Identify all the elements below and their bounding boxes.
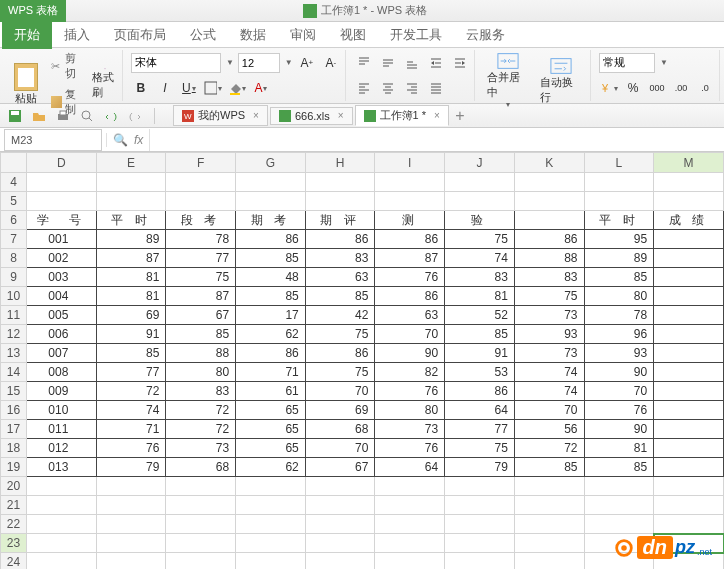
cell[interactable]	[654, 420, 724, 439]
cell[interactable]: 85	[584, 458, 654, 477]
row-header[interactable]: 8	[1, 249, 27, 268]
cell[interactable]: 62	[236, 458, 306, 477]
chevron-down-icon[interactable]: ▼	[226, 58, 234, 67]
tab-layout[interactable]: 页面布局	[102, 21, 178, 49]
cell[interactable]: 69	[96, 306, 166, 325]
open-button[interactable]	[30, 107, 48, 125]
cell[interactable]: 88	[514, 249, 584, 268]
cell[interactable]	[166, 553, 236, 570]
cell[interactable]: 79	[445, 458, 515, 477]
align-top-button[interactable]	[354, 53, 374, 73]
preview-button[interactable]	[78, 107, 96, 125]
cell[interactable]: 89	[584, 249, 654, 268]
row-header[interactable]: 17	[1, 420, 27, 439]
cell[interactable]: 75	[166, 268, 236, 287]
cell[interactable]: 76	[375, 382, 445, 401]
row-header[interactable]: 11	[1, 306, 27, 325]
cell[interactable]: 81	[96, 268, 166, 287]
cell[interactable]: 91	[96, 325, 166, 344]
cell[interactable]: 73	[514, 344, 584, 363]
column-header[interactable]: L	[584, 153, 654, 173]
cell[interactable]	[166, 192, 236, 211]
decrease-decimal-button[interactable]: .0	[695, 78, 715, 98]
cell[interactable]: 68	[305, 420, 375, 439]
spreadsheet-grid[interactable]: DEFGHIJKLM456学 号平 时段 考期 考期 评测验平 时成 绩7001…	[0, 152, 724, 569]
row-header[interactable]: 24	[1, 553, 27, 570]
cell[interactable]: 80	[584, 287, 654, 306]
cell[interactable]	[166, 534, 236, 553]
cell[interactable]	[96, 534, 166, 553]
cell[interactable]: 69	[305, 401, 375, 420]
cell[interactable]	[27, 515, 97, 534]
redo-button[interactable]	[126, 107, 144, 125]
print-button[interactable]	[54, 107, 72, 125]
row-header[interactable]: 4	[1, 173, 27, 192]
cell[interactable]: 63	[305, 268, 375, 287]
cell[interactable]	[27, 173, 97, 192]
cell[interactable]: 72	[96, 382, 166, 401]
cell[interactable]: 86	[514, 230, 584, 249]
cell[interactable]	[27, 477, 97, 496]
cell[interactable]: 验	[445, 211, 515, 230]
cell[interactable]: 62	[236, 325, 306, 344]
row-header[interactable]: 22	[1, 515, 27, 534]
doc-tab-file1[interactable]: 666.xls×	[270, 107, 353, 125]
cell[interactable]: 85	[305, 287, 375, 306]
paste-button[interactable]: 粘贴	[8, 61, 44, 108]
decrease-font-button[interactable]: A-	[321, 53, 341, 73]
cell[interactable]	[514, 496, 584, 515]
cell[interactable]	[445, 553, 515, 570]
cell[interactable]: 86	[305, 230, 375, 249]
percent-button[interactable]: %	[623, 78, 643, 98]
row-header[interactable]: 23	[1, 534, 27, 553]
doc-tab-file2[interactable]: 工作簿1 *×	[355, 105, 449, 126]
cell[interactable]	[236, 477, 306, 496]
cell[interactable]	[305, 553, 375, 570]
cell[interactable]: 81	[445, 287, 515, 306]
cell[interactable]	[514, 192, 584, 211]
tab-dev[interactable]: 开发工具	[378, 21, 454, 49]
cell[interactable]: 79	[96, 458, 166, 477]
tab-view[interactable]: 视图	[328, 21, 378, 49]
cell[interactable]: 86	[375, 287, 445, 306]
cell[interactable]: 70	[305, 439, 375, 458]
cell[interactable]	[96, 192, 166, 211]
cell[interactable]: 73	[166, 439, 236, 458]
cell[interactable]	[27, 553, 97, 570]
cell[interactable]	[514, 515, 584, 534]
cell[interactable]: 007	[27, 344, 97, 363]
cell[interactable]	[654, 382, 724, 401]
cell[interactable]: 52	[445, 306, 515, 325]
cell[interactable]: 89	[96, 230, 166, 249]
cell[interactable]: 77	[166, 249, 236, 268]
align-center-button[interactable]	[378, 78, 398, 98]
cell[interactable]	[654, 306, 724, 325]
cell[interactable]: 42	[305, 306, 375, 325]
cell[interactable]: 85	[584, 268, 654, 287]
cell[interactable]: 75	[514, 287, 584, 306]
cell[interactable]: 72	[514, 439, 584, 458]
cell[interactable]: 测	[375, 211, 445, 230]
cell[interactable]: 003	[27, 268, 97, 287]
tab-data[interactable]: 数据	[228, 21, 278, 49]
cell[interactable]: 002	[27, 249, 97, 268]
cell[interactable]	[236, 496, 306, 515]
cell[interactable]: 63	[375, 306, 445, 325]
row-header[interactable]: 19	[1, 458, 27, 477]
cell[interactable]: 70	[514, 401, 584, 420]
indent-left-button[interactable]	[426, 53, 446, 73]
fill-color-button[interactable]: ▾	[227, 78, 247, 98]
cell[interactable]: 87	[96, 249, 166, 268]
cell[interactable]: 86	[445, 382, 515, 401]
cell[interactable]: 71	[96, 420, 166, 439]
cell[interactable]: 67	[166, 306, 236, 325]
tab-review[interactable]: 审阅	[278, 21, 328, 49]
cell[interactable]: 008	[27, 363, 97, 382]
cell[interactable]	[445, 515, 515, 534]
increase-decimal-button[interactable]: .00	[671, 78, 691, 98]
cell[interactable]: 75	[305, 363, 375, 382]
cell[interactable]: 75	[445, 439, 515, 458]
cell[interactable]	[584, 477, 654, 496]
column-header[interactable]: I	[375, 153, 445, 173]
cell[interactable]	[654, 458, 724, 477]
